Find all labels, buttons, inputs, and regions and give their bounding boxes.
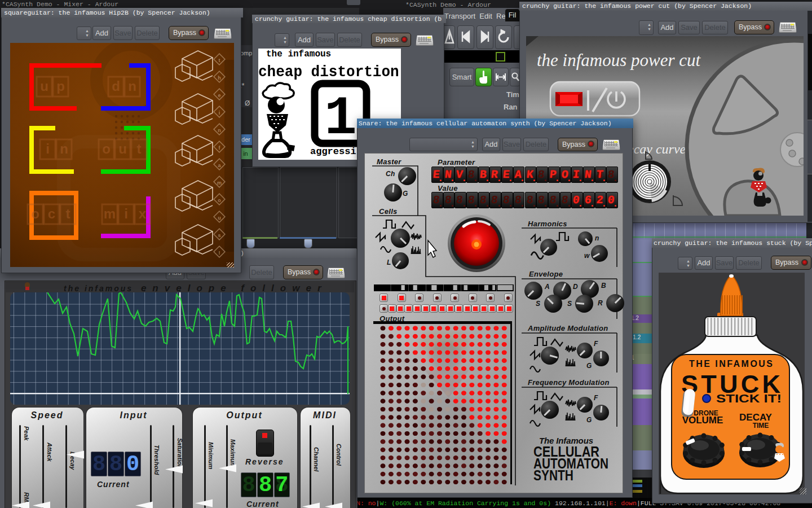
svg-text:s: s [218, 233, 220, 238]
svg-text:n: n [60, 141, 68, 156]
svg-text:p: p [56, 78, 65, 94]
svg-text:1: 1 [324, 88, 357, 148]
svg-text:TIME: TIME [753, 422, 769, 430]
svg-text:c: c [48, 206, 55, 221]
svg-text:o: o [102, 141, 111, 156]
svg-text:i: i [219, 110, 220, 116]
svg-text:h: h [218, 75, 221, 81]
svg-text:t: t [219, 58, 220, 63]
svg-text:VOLUME: VOLUME [682, 415, 723, 426]
svg-text:o: o [218, 198, 221, 203]
svg-text:THE INFAMOUS: THE INFAMOUS [689, 359, 773, 369]
svg-text:t: t [66, 206, 70, 221]
svg-text:i: i [46, 141, 50, 156]
svg-text:m: m [104, 206, 116, 221]
svg-text:t: t [137, 141, 142, 156]
svg-text:STICK IT!: STICK IT! [716, 392, 782, 405]
svg-text:o: o [31, 206, 39, 221]
svg-text:!: ! [219, 250, 220, 256]
svg-text:the infamous power cut: the infamous power cut [537, 50, 701, 70]
svg-text:n: n [218, 128, 221, 133]
svg-text:i: i [124, 206, 128, 221]
svg-text:u: u [118, 141, 127, 156]
svg-text:e: e [218, 93, 220, 98]
svg-text:d: d [112, 78, 120, 94]
svg-text:u: u [218, 215, 221, 221]
svg-text:n: n [128, 78, 136, 94]
svg-text:m: m [217, 180, 222, 186]
svg-text:x: x [139, 206, 147, 221]
svg-text:u: u [40, 78, 48, 94]
svg-text:SYNTH: SYNTH [533, 467, 573, 482]
